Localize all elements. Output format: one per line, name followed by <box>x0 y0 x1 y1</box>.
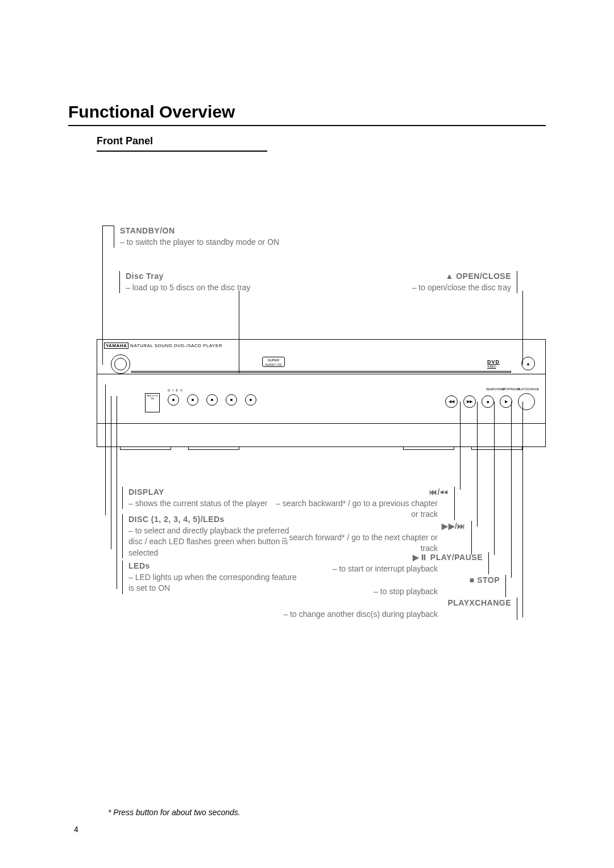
stop-button[interactable]: ■ <box>482 395 494 408</box>
callout-standby: STANDBY/ON – to switch the player to sta… <box>114 226 284 248</box>
disc-3-button[interactable] <box>206 394 218 406</box>
label-stop-pause: STOP/PAUSE <box>502 387 515 391</box>
callout-title: ▲ OPEN/CLOSE <box>358 271 511 282</box>
callout-next: ▶▶/⏭ – search forward* / go to the next … <box>267 521 472 554</box>
callout-desc: – to open/close the disc tray <box>358 282 511 294</box>
callout-title: STANDBY/ON <box>120 226 284 237</box>
callout-play-pause: ▶⏸ PLAY/PAUSE – to start or interrupt pl… <box>267 552 489 574</box>
transport-labels: SEARCH/SKIP STOP/PAUSE PLAYXCHANGE <box>486 387 535 391</box>
standby-button[interactable] <box>111 354 130 374</box>
callout-playxchange: PLAYXCHANGE – to change another disc(s) … <box>267 598 517 620</box>
disc-4-button[interactable] <box>226 394 237 406</box>
search-back-button[interactable]: ◀◀ <box>445 395 458 408</box>
callout-prev: ⏮/◀◀ – search backward* / go to a previo… <box>267 487 455 520</box>
brand-sub: NATURAL SOUND DVD-/SACD PLAYER <box>130 343 222 348</box>
callout-title: PLAYXCHANGE <box>267 598 511 609</box>
callout-stop: ■ STOP – to stop playback <box>267 575 506 597</box>
callout-desc: – to start or interrupt playback <box>267 564 438 575</box>
callout-desc: – to stop playback <box>267 586 438 598</box>
foot <box>471 446 522 450</box>
label-playxchange: PLAYXCHANGE <box>518 387 535 391</box>
callout-desc: – to switch the player to standby mode o… <box>120 237 284 248</box>
transport-controls: ◀◀ ▶▶ ■ ▶ <box>445 393 535 410</box>
callout-desc: – search forward* / go to the next chapt… <box>267 532 438 554</box>
callout-title: Disc Tray <box>126 271 290 282</box>
playxchange-button[interactable] <box>518 393 535 410</box>
callout-title: ⏮/◀◀ <box>267 487 449 498</box>
section-heading: Front Panel <box>97 135 267 152</box>
callout-desc: – load up to 5 discs on the disc tray <box>126 282 290 294</box>
page-number: 4 <box>74 825 78 834</box>
disc-5-button[interactable] <box>245 394 256 406</box>
foot <box>403 446 454 450</box>
yamaha-logo: YAMAHA <box>104 343 128 349</box>
front-panel-diagram: STANDBY/ON – to switch the player to sta… <box>68 226 546 669</box>
callout-disc-tray: Disc Tray – load up to 5 discs on the di… <box>119 271 290 293</box>
foot <box>120 446 171 450</box>
open-close-button[interactable]: ▲ <box>521 357 535 370</box>
search-fwd-button[interactable]: ▶▶ <box>463 395 476 408</box>
callout-desc: – to change another disc(s) during playb… <box>267 609 438 620</box>
sacd-badge: SUPER AUDIO CD <box>262 357 285 367</box>
dvd-sub: VIDEO <box>487 365 500 368</box>
device-outline: YAMAHA NATURAL SOUND DVD-/SACD PLAYER SU… <box>97 339 546 447</box>
disc-label: DISC <box>168 389 185 392</box>
callout-desc: – search backward* / go to a previous ch… <box>267 498 438 520</box>
multich-indicator: MULTI CH ON <box>145 393 160 412</box>
page-title: Functional Overview <box>68 102 546 126</box>
disc-2-button[interactable] <box>187 394 198 406</box>
dvd-badge: DVD VIDEO <box>487 359 500 368</box>
disc-buttons <box>168 394 256 406</box>
play-pause-button[interactable]: ▶ <box>500 395 512 408</box>
dvd-text: DVD <box>487 359 500 365</box>
callout-title: ▶▶/⏭ <box>267 521 466 532</box>
callout-open-close: ▲ OPEN/CLOSE – to open/close the disc tr… <box>358 271 517 293</box>
brand-label: YAMAHA NATURAL SOUND DVD-/SACD PLAYER <box>104 343 222 348</box>
callout-title: ■ STOP <box>267 575 500 586</box>
footnote: * Press button for about two seconds. <box>108 808 240 817</box>
foot <box>188 446 239 450</box>
label-search-skip: SEARCH/SKIP <box>486 387 499 391</box>
disc-1-button[interactable] <box>168 394 179 406</box>
disc-tray-slot[interactable] <box>131 371 511 373</box>
callout-title: ▶⏸ PLAY/PAUSE <box>267 552 483 564</box>
